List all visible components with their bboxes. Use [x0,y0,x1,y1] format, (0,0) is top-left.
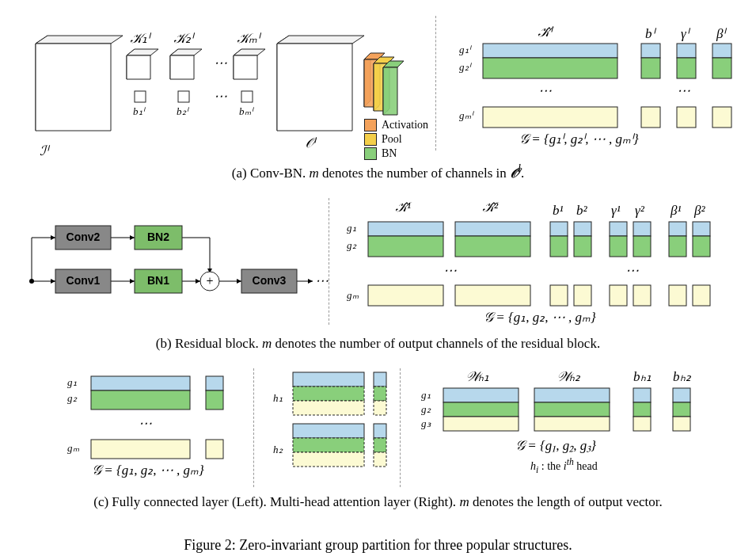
svg-rect-79 [673,417,690,431]
b2-label: b₂ˡ [177,105,188,118]
caption-a: (a) Conv-BN. m denotes the number of cha… [16,162,740,181]
rowb-g2: g₂ [347,239,356,252]
svg-rect-31 [712,58,731,78]
svg-rect-66 [293,438,364,452]
fc-rm [91,440,190,459]
panel-c: ⋯ g₁ g₂ gₘ 𝒢 = {g₁, g₂, ⋯ , gₘ} h₁ [16,368,740,531]
svg-point-36 [29,279,34,284]
svg-rect-24 [641,44,660,58]
note-c: hi : the ith head [530,457,598,474]
cr-g1: g₁ [421,389,431,402]
svg-rect-58 [669,285,686,306]
svg-rect-69 [374,387,386,401]
set-cr: 𝒢 = {g₁, g₂, g₃} [515,438,596,454]
svg-rect-60 [693,236,710,257]
fc-b-r2 [206,390,223,410]
svg-rect-70 [374,401,386,415]
svg-rect-61 [693,285,710,306]
caption-b: (b) Residual block. m denotes the number… [16,336,740,352]
k1-r1 [368,222,443,236]
svg-rect-54 [633,236,651,257]
svg-rect-45 [550,236,568,257]
svg-rect-56 [669,222,686,236]
legend-activation: Activation [364,119,428,131]
legend: Activation Pool BN [364,119,428,160]
cl-gm: gₘ [67,442,79,455]
fc-b-r1 [206,376,223,390]
panel-c-right-svg [404,368,736,495]
svg-rect-64 [293,401,364,415]
svg-rect-65 [293,424,364,438]
figure-2: ⋯ ⋯ [16,16,740,554]
k2-rm [455,285,530,306]
b1-label: b₁ˡ [133,105,144,118]
svg-marker-7 [170,49,202,55]
legend-bn: BN [364,147,428,160]
beta1-label: β¹ [671,203,682,219]
wh2-r3 [534,417,610,431]
bh1-col [633,388,651,431]
legend-activation-label: Activation [382,119,428,131]
khat-row-m [483,107,617,128]
svg-rect-78 [673,402,690,417]
khat1-label: 𝒦̂¹ [396,200,411,215]
h1-label: h₁ [273,392,283,405]
gamma-label: γˡ [681,25,689,42]
rowb-gm: gₘ [347,289,359,302]
panel-a: ⋯ ⋯ [16,16,740,178]
khat-row-2 [483,58,617,78]
svg-rect-74 [633,388,651,402]
bh2-label: bₕ₂ [673,368,691,385]
svg-rect-27 [677,44,696,58]
conv1-label: Conv1 [66,274,101,287]
ellipsis-icon: ⋯ [139,416,152,431]
khat-label: 𝒦̂ˡ [538,24,552,40]
svg-rect-59 [693,222,710,236]
svg-rect-47 [574,222,591,236]
svg-rect-68 [374,372,386,387]
ellipsis-icon: ⋯ [677,83,690,98]
bias-1-box [135,91,146,102]
panel-c-mid-svg [253,368,400,495]
k1-label: 𝒦₁ˡ [131,30,150,47]
svg-rect-29 [677,107,696,128]
input-label: ℐˡ [40,143,48,159]
b-label: bˡ [645,25,655,42]
svg-rect-62 [293,372,364,387]
legend-pool: Pool [364,133,428,146]
beta-label: βˡ [716,25,725,42]
conv3-label: Conv3 [253,274,287,287]
svg-rect-76 [633,417,651,431]
plus-icon: + [206,274,213,288]
output-label: 𝒪ˡ [305,135,315,151]
k1-rm [368,285,443,306]
svg-marker-1 [36,36,123,44]
svg-rect-28 [677,58,696,78]
svg-rect-72 [374,438,386,452]
bh2-col [673,388,690,431]
b1-label: b¹ [553,203,564,219]
svg-rect-77 [673,388,690,402]
fc-b-rm [206,440,223,459]
svg-rect-67 [293,452,364,467]
panel-b-left-svg: Conv2 BN2 Conv1 BN1 + Conv3 ⋯ [16,198,329,333]
k2-r1 [455,222,530,236]
kernel-m [234,49,265,79]
wh2-r1 [534,388,610,402]
h2-label: h₂ [273,444,283,456]
bn-slab [383,61,404,115]
svg-rect-63 [293,387,364,401]
svg-marker-10 [234,49,265,55]
svg-rect-55 [633,285,651,306]
cr-g2: g₂ [421,403,431,416]
wh1-r3 [443,417,519,431]
rowb-g1: g₁ [347,222,356,234]
svg-marker-2 [36,44,111,131]
input-cube [36,36,123,131]
figure-caption: Figure 2: Zero-invariant group partition… [16,537,740,554]
khat-row-1 [483,44,617,58]
svg-marker-13 [277,36,364,44]
ellipsis-icon: ⋯ [315,273,329,288]
svg-rect-26 [641,107,660,128]
set-b: 𝒢 = {g₁, g₂, ⋯ , gₘ} [483,309,596,326]
